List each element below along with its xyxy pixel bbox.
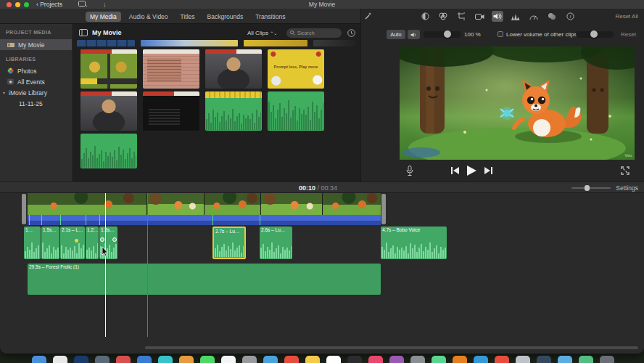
- dock-icon[interactable]: [579, 356, 593, 363]
- noise-reduction-icon[interactable]: [510, 11, 521, 22]
- crop-icon[interactable]: [455, 11, 467, 22]
- play-icon[interactable]: [467, 166, 476, 176]
- horizontal-scrollbar[interactable]: [145, 346, 638, 349]
- lower-volume-slider[interactable]: [576, 31, 614, 38]
- video-clip-segment[interactable]: [147, 193, 205, 215]
- timeline-zoom-slider[interactable]: [571, 187, 611, 189]
- enhance-magic-wand-icon[interactable]: [364, 12, 373, 20]
- reset-all-button[interactable]: Reset All: [615, 13, 638, 20]
- dock-icon[interactable]: [284, 356, 299, 363]
- dock-icon[interactable]: [495, 356, 509, 363]
- clip-filter-icon[interactable]: [546, 11, 558, 22]
- tab-backgrounds[interactable]: Backgrounds: [203, 12, 248, 22]
- audio-clip-thumbnail[interactable]: [80, 134, 137, 168]
- dock-icon[interactable]: [242, 356, 257, 363]
- zoom-slider-knob[interactable]: [585, 185, 590, 191]
- search-field[interactable]: Search: [286, 28, 342, 38]
- tab-titles[interactable]: Titles: [176, 12, 199, 22]
- stabilization-icon[interactable]: [474, 11, 485, 22]
- skip-previous-icon[interactable]: [451, 167, 459, 174]
- dock-icon[interactable]: [95, 356, 110, 363]
- dock-icon[interactable]: [558, 356, 572, 363]
- clip-thumbnail[interactable]: [77, 40, 135, 46]
- playhead[interactable]: [105, 193, 106, 337]
- lower-volume-checkbox[interactable]: [498, 31, 503, 37]
- dock-icon[interactable]: [179, 356, 194, 363]
- keyframe-marker[interactable]: [75, 239, 78, 242]
- audio-clip[interactable]: 1.5s…: [41, 227, 59, 259]
- dock-icon[interactable]: [116, 356, 131, 363]
- dock-icon[interactable]: [347, 356, 362, 363]
- volume-slider[interactable]: [424, 31, 461, 38]
- video-audio-track[interactable]: [28, 215, 381, 225]
- dock-icon[interactable]: [221, 356, 236, 363]
- dock-icon[interactable]: [305, 356, 320, 363]
- timeline-settings-button[interactable]: Settings: [616, 184, 638, 192]
- audio-clip-thumbnail[interactable]: [205, 91, 262, 131]
- video-clip-segment[interactable]: [261, 193, 323, 215]
- dock-icon[interactable]: [600, 356, 614, 363]
- lower-volume-slider-knob[interactable]: [590, 30, 598, 38]
- dock-icon[interactable]: [537, 356, 551, 363]
- audio-clip[interactable]: 1.2…: [86, 227, 99, 259]
- dock-icon[interactable]: [263, 356, 278, 363]
- dock-icon[interactable]: [158, 356, 173, 363]
- dock-icon[interactable]: [200, 356, 215, 363]
- reset-button[interactable]: Reset: [621, 31, 636, 38]
- clip-thumbnail-notes[interactable]: [143, 49, 199, 89]
- clip-thumbnail-screen-recording[interactable]: [143, 91, 199, 131]
- dock-icon[interactable]: [32, 356, 46, 363]
- audio-clip[interactable]: 2.1s – L…: [60, 227, 85, 259]
- clip-info-icon[interactable]: i: [564, 11, 576, 22]
- chevron-down-icon[interactable]: ▾: [3, 90, 5, 95]
- sidebar-item-photos[interactable]: Photos: [0, 65, 72, 76]
- dock-icon[interactable]: [410, 356, 425, 363]
- audio-clip[interactable]: 1…: [24, 227, 41, 259]
- dock-icon[interactable]: [368, 356, 383, 363]
- fullscreen-icon[interactable]: [621, 166, 629, 175]
- tab-audio-video[interactable]: Audio & Video: [125, 12, 173, 22]
- record-voiceover-mic-icon[interactable]: [406, 166, 413, 176]
- video-clip-segment[interactable]: [28, 193, 147, 215]
- tab-transitions[interactable]: Transitions: [251, 12, 289, 22]
- dock-icon[interactable]: [516, 356, 530, 363]
- clip-thumbnail-promo[interactable]: Prompt less, Play more: [268, 49, 324, 89]
- dock-icon[interactable]: [137, 356, 152, 363]
- tab-my-media[interactable]: My Media: [86, 12, 121, 22]
- sidebar-item-all-events[interactable]: ★ All Events: [0, 76, 72, 87]
- color-balance-icon[interactable]: [419, 11, 431, 22]
- video-clip-segment[interactable]: [323, 193, 381, 215]
- recents-icon[interactable]: [347, 29, 355, 37]
- skip-next-icon[interactable]: [484, 167, 492, 174]
- clip-thumbnail-presenter[interactable]: [205, 49, 262, 89]
- trim-handle-left[interactable]: [22, 194, 26, 224]
- audio-clip[interactable]: 2.6s – Lu…: [260, 227, 292, 259]
- volume-icon[interactable]: [492, 11, 503, 22]
- sidebar-toggle-icon[interactable]: [79, 29, 88, 36]
- volume-slider-knob[interactable]: [444, 30, 451, 38]
- speed-icon[interactable]: [528, 11, 540, 22]
- audio-clip-bobo-voice[interactable]: 4.7s – Bobo Voice: [381, 227, 447, 259]
- sidebar-item-imovie-library[interactable]: ▾ iMovie Library: [0, 87, 72, 98]
- clip-thumbnail-presenter[interactable]: [80, 91, 137, 131]
- dock-icon[interactable]: [432, 356, 446, 363]
- video-clip-filmstrip[interactable]: [28, 193, 381, 215]
- dock-icon[interactable]: [53, 356, 67, 363]
- dock-icon[interactable]: [74, 356, 88, 363]
- dock-icon[interactable]: [389, 356, 404, 363]
- clip-thumbnail[interactable]: [313, 40, 355, 46]
- auto-volume-button[interactable]: Auto: [387, 30, 405, 39]
- sidebar-item-my-movie[interactable]: My Movie: [0, 39, 72, 50]
- color-correction-icon[interactable]: [437, 11, 449, 22]
- sidebar-item-event-11-11-25[interactable]: 11-11-25: [0, 98, 72, 109]
- dock-icon[interactable]: [326, 356, 341, 363]
- clip-thumbnail-fox-collage[interactable]: [80, 49, 137, 89]
- trim-handle-right[interactable]: [381, 194, 386, 224]
- audio-clip-selected[interactable]: 2.7s – Lu…: [212, 227, 246, 259]
- audio-clip-thumbnail[interactable]: [268, 91, 324, 131]
- music-clip-forest-frolic[interactable]: 29.5s – Forest Frolic (1): [28, 264, 381, 295]
- all-clips-filter[interactable]: All Clips ⌃⌄: [247, 30, 277, 36]
- video-clip-segment[interactable]: [205, 193, 261, 215]
- clip-thumbnail[interactable]: [244, 40, 307, 46]
- clip-thumbnail[interactable]: [141, 40, 238, 46]
